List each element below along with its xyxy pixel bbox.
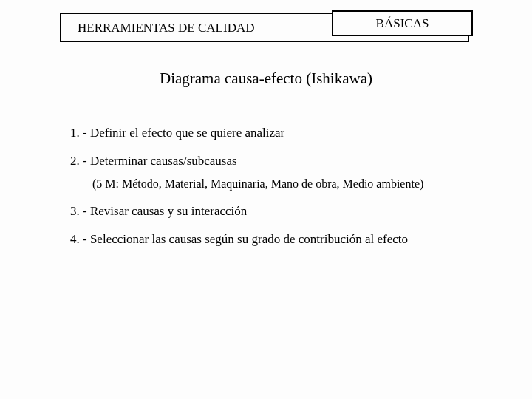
list-item: 3. - Revisar causas y su interacción [70,204,469,219]
list-note: (5 M: Método, Material, Maquinaria, Mano… [92,177,469,191]
header-left-text: HERRAMIENTAS DE CALIDAD [78,21,254,35]
header-right-box: BÁSICAS [332,10,473,36]
list-item: 1. - Definir el efecto que se quiere ana… [70,126,469,140]
slide-title: Diagrama causa-efecto (Ishikawa) [0,69,532,88]
body-content: 1. - Definir el efecto que se quiere ana… [70,126,469,260]
list-item: 4. - Seleccionar las causas según su gra… [70,232,469,247]
list-item: 2. - Determinar causas/subcausas [70,154,469,168]
slide: HERRAMIENTAS DE CALIDAD BÁSICAS Diagrama… [0,0,532,399]
